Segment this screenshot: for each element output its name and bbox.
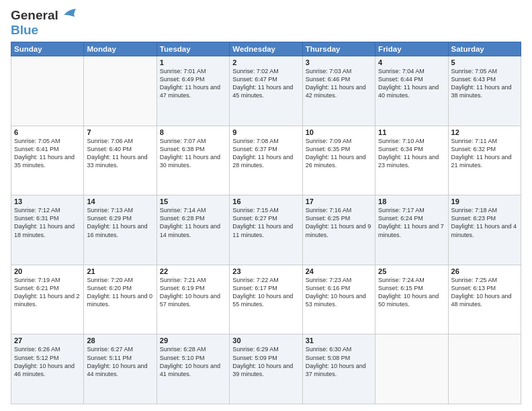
- day-number: 4: [378, 58, 445, 66]
- day-info: Sunrise: 7:22 AM Sunset: 6:17 PM Dayligh…: [232, 276, 299, 309]
- header: General Blue: [11, 8, 521, 38]
- logo-blue: Blue: [11, 23, 38, 37]
- calendar-cell: 31Sunrise: 6:30 AM Sunset: 5:08 PM Dayli…: [302, 334, 375, 404]
- day-number: 17: [306, 197, 372, 205]
- day-number: 5: [451, 58, 518, 66]
- logo: General Blue: [11, 8, 76, 38]
- calendar-cell: 29Sunrise: 6:28 AM Sunset: 5:10 PM Dayli…: [157, 334, 229, 404]
- day-number: 31: [306, 336, 372, 345]
- day-number: 13: [14, 197, 81, 205]
- day-number: 25: [378, 267, 445, 275]
- day-info: Sunrise: 6:28 AM Sunset: 5:10 PM Dayligh…: [160, 345, 226, 378]
- calendar-cell: 20Sunrise: 7:19 AM Sunset: 6:21 PM Dayli…: [11, 265, 84, 334]
- calendar-cell: 28Sunrise: 6:27 AM Sunset: 5:11 PM Dayli…: [84, 334, 157, 404]
- calendar-cell: 7Sunrise: 7:06 AM Sunset: 6:40 PM Daylig…: [84, 126, 157, 195]
- calendar-cell: 26Sunrise: 7:25 AM Sunset: 6:13 PM Dayli…: [448, 265, 521, 334]
- day-info: Sunrise: 7:11 AM Sunset: 6:32 PM Dayligh…: [451, 137, 518, 170]
- day-info: Sunrise: 7:01 AM Sunset: 6:49 PM Dayligh…: [160, 67, 226, 100]
- calendar-cell: 30Sunrise: 6:29 AM Sunset: 5:09 PM Dayli…: [230, 334, 302, 404]
- day-info: Sunrise: 7:19 AM Sunset: 6:21 PM Dayligh…: [14, 276, 81, 309]
- day-info: Sunrise: 7:14 AM Sunset: 6:28 PM Dayligh…: [160, 206, 226, 239]
- calendar-cell: 25Sunrise: 7:24 AM Sunset: 6:15 PM Dayli…: [375, 265, 448, 334]
- day-info: Sunrise: 7:09 AM Sunset: 6:35 PM Dayligh…: [306, 137, 372, 170]
- calendar-cell: 22Sunrise: 7:21 AM Sunset: 6:19 PM Dayli…: [157, 265, 229, 334]
- day-info: Sunrise: 7:25 AM Sunset: 6:13 PM Dayligh…: [451, 276, 518, 309]
- day-number: 1: [160, 58, 226, 66]
- week-row-3: 13Sunrise: 7:12 AM Sunset: 6:31 PM Dayli…: [11, 195, 521, 265]
- day-number: 12: [451, 128, 518, 136]
- day-info: Sunrise: 7:02 AM Sunset: 6:47 PM Dayligh…: [232, 67, 299, 100]
- calendar-cell: [84, 56, 157, 126]
- day-number: 15: [160, 197, 226, 205]
- day-info: Sunrise: 6:26 AM Sunset: 5:12 PM Dayligh…: [14, 345, 81, 378]
- day-header-tuesday: Tuesday: [157, 42, 229, 56]
- calendar-cell: 8Sunrise: 7:07 AM Sunset: 6:38 PM Daylig…: [157, 126, 229, 195]
- day-info: Sunrise: 6:27 AM Sunset: 5:11 PM Dayligh…: [87, 345, 153, 378]
- day-info: Sunrise: 7:12 AM Sunset: 6:31 PM Dayligh…: [14, 206, 81, 239]
- day-info: Sunrise: 7:05 AM Sunset: 6:41 PM Dayligh…: [14, 137, 81, 170]
- day-number: 24: [306, 267, 372, 275]
- day-number: 27: [14, 336, 81, 345]
- calendar-cell: [375, 334, 448, 404]
- day-number: 26: [451, 267, 518, 275]
- day-number: 7: [87, 128, 153, 136]
- day-header-wednesday: Wednesday: [230, 42, 302, 56]
- calendar-cell: 18Sunrise: 7:17 AM Sunset: 6:24 PM Dayli…: [375, 195, 448, 265]
- calendar-cell: 2Sunrise: 7:02 AM Sunset: 6:47 PM Daylig…: [230, 56, 302, 126]
- calendar-table: SundayMondayTuesdayWednesdayThursdayFrid…: [11, 42, 521, 404]
- day-info: Sunrise: 7:03 AM Sunset: 6:46 PM Dayligh…: [306, 67, 372, 100]
- day-info: Sunrise: 7:08 AM Sunset: 6:37 PM Dayligh…: [232, 137, 299, 170]
- calendar-cell: 6Sunrise: 7:05 AM Sunset: 6:41 PM Daylig…: [11, 126, 84, 195]
- day-info: Sunrise: 7:15 AM Sunset: 6:27 PM Dayligh…: [232, 206, 299, 239]
- calendar-cell: 17Sunrise: 7:16 AM Sunset: 6:25 PM Dayli…: [302, 195, 375, 265]
- day-info: Sunrise: 7:24 AM Sunset: 6:15 PM Dayligh…: [378, 276, 445, 309]
- day-number: 14: [87, 197, 153, 205]
- day-info: Sunrise: 7:21 AM Sunset: 6:19 PM Dayligh…: [160, 276, 226, 309]
- week-row-4: 20Sunrise: 7:19 AM Sunset: 6:21 PM Dayli…: [11, 265, 521, 334]
- day-number: 21: [87, 267, 153, 275]
- day-info: Sunrise: 7:18 AM Sunset: 6:23 PM Dayligh…: [451, 206, 518, 239]
- calendar-cell: 9Sunrise: 7:08 AM Sunset: 6:37 PM Daylig…: [230, 126, 302, 195]
- calendar-cell: 21Sunrise: 7:20 AM Sunset: 6:20 PM Dayli…: [84, 265, 157, 334]
- page: General Blue SundayMondayTuesdayWednesda…: [0, 0, 532, 411]
- logo-general: General: [11, 8, 58, 23]
- calendar-cell: 23Sunrise: 7:22 AM Sunset: 6:17 PM Dayli…: [230, 265, 302, 334]
- day-info: Sunrise: 7:13 AM Sunset: 6:29 PM Dayligh…: [87, 206, 153, 239]
- calendar-cell: 16Sunrise: 7:15 AM Sunset: 6:27 PM Dayli…: [230, 195, 302, 265]
- day-info: Sunrise: 6:29 AM Sunset: 5:09 PM Dayligh…: [232, 345, 299, 378]
- calendar-cell: 10Sunrise: 7:09 AM Sunset: 6:35 PM Dayli…: [302, 126, 375, 195]
- calendar-cell: [448, 334, 521, 404]
- calendar-cell: 24Sunrise: 7:23 AM Sunset: 6:16 PM Dayli…: [302, 265, 375, 334]
- day-info: Sunrise: 7:16 AM Sunset: 6:25 PM Dayligh…: [306, 206, 372, 239]
- day-number: 28: [87, 336, 153, 345]
- calendar-cell: 1Sunrise: 7:01 AM Sunset: 6:49 PM Daylig…: [157, 56, 229, 126]
- calendar-cell: 3Sunrise: 7:03 AM Sunset: 6:46 PM Daylig…: [302, 56, 375, 126]
- day-info: Sunrise: 7:06 AM Sunset: 6:40 PM Dayligh…: [87, 137, 153, 170]
- week-row-1: 1Sunrise: 7:01 AM Sunset: 6:49 PM Daylig…: [11, 56, 521, 126]
- calendar-cell: 15Sunrise: 7:14 AM Sunset: 6:28 PM Dayli…: [157, 195, 229, 265]
- day-info: Sunrise: 7:04 AM Sunset: 6:44 PM Dayligh…: [378, 67, 445, 100]
- day-info: Sunrise: 6:30 AM Sunset: 5:08 PM Dayligh…: [306, 345, 372, 378]
- calendar-cell: 4Sunrise: 7:04 AM Sunset: 6:44 PM Daylig…: [375, 56, 448, 126]
- calendar-cell: 13Sunrise: 7:12 AM Sunset: 6:31 PM Dayli…: [11, 195, 84, 265]
- day-info: Sunrise: 7:07 AM Sunset: 6:38 PM Dayligh…: [160, 137, 226, 170]
- day-info: Sunrise: 7:20 AM Sunset: 6:20 PM Dayligh…: [87, 276, 153, 309]
- day-info: Sunrise: 7:23 AM Sunset: 6:16 PM Dayligh…: [306, 276, 372, 309]
- week-row-5: 27Sunrise: 6:26 AM Sunset: 5:12 PM Dayli…: [11, 334, 521, 404]
- day-info: Sunrise: 7:17 AM Sunset: 6:24 PM Dayligh…: [378, 206, 445, 239]
- calendar-cell: 11Sunrise: 7:10 AM Sunset: 6:34 PM Dayli…: [375, 126, 448, 195]
- day-number: 20: [14, 267, 81, 275]
- day-number: 2: [232, 58, 299, 66]
- calendar-cell: 5Sunrise: 7:05 AM Sunset: 6:43 PM Daylig…: [448, 56, 521, 126]
- header-row: SundayMondayTuesdayWednesdayThursdayFrid…: [11, 42, 521, 56]
- day-number: 23: [232, 267, 299, 275]
- day-header-saturday: Saturday: [448, 42, 521, 56]
- calendar-cell: 14Sunrise: 7:13 AM Sunset: 6:29 PM Dayli…: [84, 195, 157, 265]
- day-number: 22: [160, 267, 226, 275]
- day-header-monday: Monday: [84, 42, 157, 56]
- week-row-2: 6Sunrise: 7:05 AM Sunset: 6:41 PM Daylig…: [11, 126, 521, 195]
- day-header-sunday: Sunday: [11, 42, 84, 56]
- calendar-cell: 19Sunrise: 7:18 AM Sunset: 6:23 PM Dayli…: [448, 195, 521, 265]
- day-number: 29: [160, 336, 226, 345]
- day-number: 6: [14, 128, 81, 136]
